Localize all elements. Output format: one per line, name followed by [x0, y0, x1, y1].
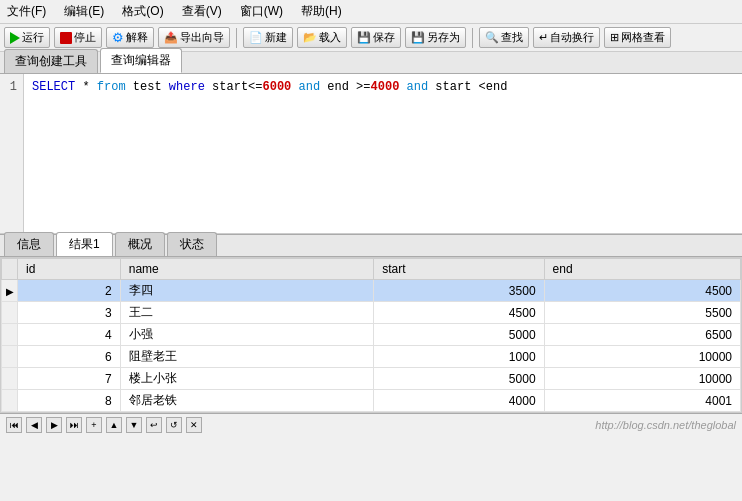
run-button[interactable]: 运行 [4, 27, 50, 48]
cell-end: 10000 [544, 346, 740, 368]
cell-end: 6500 [544, 324, 740, 346]
selected-row-arrow: ▶ [6, 286, 14, 297]
col-id: id [18, 259, 121, 280]
cell-end: 4500 [544, 280, 740, 302]
results-table: id name start end ▶2李四350045003王二4500550… [1, 258, 741, 412]
explain-label: 解释 [126, 30, 148, 45]
save-as-button[interactable]: 💾 另存为 [405, 27, 466, 48]
cell-name: 小强 [120, 324, 373, 346]
new-button[interactable]: 📄 新建 [243, 27, 293, 48]
row-indicator [2, 390, 18, 412]
cell-name: 阻壁老王 [120, 346, 373, 368]
tab-result1[interactable]: 结果1 [56, 232, 113, 256]
export-wizard-label: 导出向导 [180, 30, 224, 45]
cell-id: 6 [18, 346, 121, 368]
watermark: http://blog.csdn.net/theglobal [595, 419, 736, 431]
row-indicator: ▶ [2, 280, 18, 302]
stop-label: 停止 [74, 30, 96, 45]
nav-move-up[interactable]: ▲ [106, 417, 122, 433]
stop-icon [60, 32, 72, 44]
col-indicator [2, 259, 18, 280]
cell-id: 3 [18, 302, 121, 324]
table-row[interactable]: 6阻壁老王100010000 [2, 346, 741, 368]
load-button[interactable]: 📂 载入 [297, 27, 347, 48]
cell-id: 8 [18, 390, 121, 412]
sql-content[interactable]: SELECT * from test where start<=6000 and… [24, 74, 742, 233]
explain-icon: ⚙ [112, 30, 124, 45]
tab-query-editor[interactable]: 查询编辑器 [100, 48, 182, 73]
menu-view[interactable]: 查看(V) [179, 2, 225, 21]
row-indicator [2, 368, 18, 390]
export-wizard-button[interactable]: 📤 导出向导 [158, 27, 230, 48]
cell-start: 4000 [374, 390, 544, 412]
cell-name: 楼上小张 [120, 368, 373, 390]
save-label: 保存 [373, 30, 395, 45]
table-row[interactable]: ▶2李四35004500 [2, 280, 741, 302]
separator-1 [236, 28, 237, 48]
results-table-wrapper[interactable]: id name start end ▶2李四350045003王二4500550… [0, 257, 742, 413]
cell-start: 5000 [374, 324, 544, 346]
nav-prev[interactable]: ◀ [26, 417, 42, 433]
nav-undo[interactable]: ↩ [146, 417, 162, 433]
nav-first[interactable]: ⏮ [6, 417, 22, 433]
table-row[interactable]: 4小强50006500 [2, 324, 741, 346]
menu-format[interactable]: 格式(O) [119, 2, 166, 21]
line-numbers: 1 [0, 74, 24, 233]
find-label: 查找 [501, 30, 523, 45]
menu-bar: 文件(F) 编辑(E) 格式(O) 查看(V) 窗口(W) 帮助(H) [0, 0, 742, 24]
nav-next[interactable]: ▶ [46, 417, 62, 433]
cell-id: 7 [18, 368, 121, 390]
grid-view-button[interactable]: ⊞ 网格查看 [604, 27, 671, 48]
tab-create-tool[interactable]: 查询创建工具 [4, 49, 98, 73]
cell-name: 邻居老铁 [120, 390, 373, 412]
table-row[interactable]: 7楼上小张500010000 [2, 368, 741, 390]
sql-editor: 1 SELECT * from test where start<=6000 a… [0, 74, 742, 234]
row-indicator [2, 346, 18, 368]
save-as-label: 另存为 [427, 30, 460, 45]
table-row[interactable]: 3王二45005500 [2, 302, 741, 324]
results-panel: 信息 结果1 概况 状态 id name start end ▶2李四35004… [0, 234, 742, 435]
nav-add[interactable]: + [86, 417, 102, 433]
cell-id: 4 [18, 324, 121, 346]
col-start: start [374, 259, 544, 280]
auto-wrap-button[interactable]: ↵ 自动换行 [533, 27, 600, 48]
menu-window[interactable]: 窗口(W) [237, 2, 286, 21]
find-button[interactable]: 🔍 查找 [479, 27, 529, 48]
cell-end: 10000 [544, 368, 740, 390]
cell-name: 李四 [120, 280, 373, 302]
nav-last[interactable]: ⏭ [66, 417, 82, 433]
row-indicator [2, 302, 18, 324]
stop-button[interactable]: 停止 [54, 27, 102, 48]
col-name: name [120, 259, 373, 280]
save-button[interactable]: 💾 保存 [351, 27, 401, 48]
separator-2 [472, 28, 473, 48]
cell-end: 5500 [544, 302, 740, 324]
status-bar: ⏮ ◀ ▶ ⏭ + ▲ ▼ ↩ ↺ ✕ http://blog.csdn.net… [0, 413, 742, 435]
menu-edit[interactable]: 编辑(E) [61, 2, 107, 21]
auto-wrap-label: 自动换行 [550, 30, 594, 45]
menu-help[interactable]: 帮助(H) [298, 2, 345, 21]
grid-view-label: 网格查看 [621, 30, 665, 45]
grid-view-icon: ⊞ [610, 31, 619, 44]
menu-file[interactable]: 文件(F) [4, 2, 49, 21]
export-wizard-icon: 📤 [164, 31, 178, 44]
tab-status[interactable]: 状态 [167, 232, 217, 256]
col-end: end [544, 259, 740, 280]
new-label: 新建 [265, 30, 287, 45]
nav-delete[interactable]: ✕ [186, 417, 202, 433]
cell-start: 3500 [374, 280, 544, 302]
nav-move-down[interactable]: ▼ [126, 417, 142, 433]
query-tool-tab-bar: 查询创建工具 查询编辑器 [0, 52, 742, 74]
cell-id: 2 [18, 280, 121, 302]
cell-start: 4500 [374, 302, 544, 324]
tab-info[interactable]: 信息 [4, 232, 54, 256]
tab-overview[interactable]: 概况 [115, 232, 165, 256]
nav-refresh[interactable]: ↺ [166, 417, 182, 433]
load-icon: 📂 [303, 31, 317, 44]
save-as-icon: 💾 [411, 31, 425, 44]
row-indicator [2, 324, 18, 346]
table-row[interactable]: 8邻居老铁40004001 [2, 390, 741, 412]
line-number-1: 1 [6, 78, 17, 96]
cell-end: 4001 [544, 390, 740, 412]
explain-button[interactable]: ⚙ 解释 [106, 27, 154, 48]
